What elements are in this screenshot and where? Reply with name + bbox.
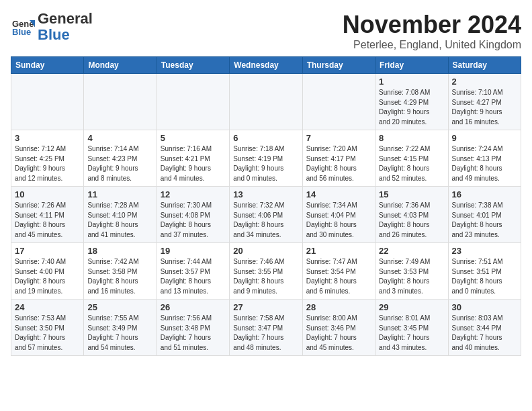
calendar-body: 1Sunrise: 7:08 AM Sunset: 4:29 PM Daylig… [11, 74, 521, 356]
weekday-header: Saturday [448, 57, 521, 74]
calendar-cell: 11Sunrise: 7:28 AM Sunset: 4:10 PM Dayli… [84, 187, 157, 243]
day-info: Sunrise: 7:20 AM Sunset: 4:17 PM Dayligh… [306, 144, 371, 183]
calendar-week-row: 3Sunrise: 7:12 AM Sunset: 4:25 PM Daylig… [11, 130, 521, 187]
calendar-cell: 6Sunrise: 7:18 AM Sunset: 4:19 PM Daylig… [230, 130, 302, 187]
day-number: 3 [15, 133, 80, 143]
day-number: 10 [15, 189, 80, 199]
day-number: 16 [452, 189, 517, 199]
day-info: Sunrise: 7:18 AM Sunset: 4:19 PM Dayligh… [233, 144, 298, 183]
calendar-cell: 7Sunrise: 7:20 AM Sunset: 4:17 PM Daylig… [302, 130, 375, 187]
weekday-header: Wednesday [230, 57, 302, 74]
day-info: Sunrise: 7:53 AM Sunset: 3:50 PM Dayligh… [15, 314, 80, 353]
title-area: November 2024 Peterlee, England, United … [343, 11, 521, 51]
day-info: Sunrise: 8:01 AM Sunset: 3:45 PM Dayligh… [379, 314, 444, 353]
calendar-cell: 15Sunrise: 7:36 AM Sunset: 4:03 PM Dayli… [375, 187, 448, 243]
calendar-cell [84, 74, 157, 130]
day-info: Sunrise: 7:26 AM Sunset: 4:11 PM Dayligh… [15, 201, 80, 240]
day-info: Sunrise: 7:16 AM Sunset: 4:21 PM Dayligh… [161, 144, 226, 183]
day-number: 26 [161, 302, 226, 312]
calendar-cell: 12Sunrise: 7:30 AM Sunset: 4:08 PM Dayli… [157, 187, 229, 243]
day-info: Sunrise: 7:47 AM Sunset: 3:54 PM Dayligh… [306, 257, 371, 296]
calendar-cell: 8Sunrise: 7:22 AM Sunset: 4:15 PM Daylig… [375, 130, 448, 187]
calendar-cell: 30Sunrise: 8:03 AM Sunset: 3:44 PM Dayli… [448, 300, 521, 356]
day-number: 4 [87, 133, 152, 143]
calendar-cell: 23Sunrise: 7:51 AM Sunset: 3:51 PM Dayli… [448, 243, 521, 300]
svg-text:Blue: Blue [12, 27, 31, 37]
day-info: Sunrise: 7:51 AM Sunset: 3:51 PM Dayligh… [452, 257, 517, 296]
day-info: Sunrise: 7:42 AM Sunset: 3:58 PM Dayligh… [87, 257, 152, 296]
weekday-header: Sunday [11, 57, 84, 74]
calendar-cell [302, 74, 375, 130]
day-info: Sunrise: 7:14 AM Sunset: 4:23 PM Dayligh… [87, 144, 152, 183]
calendar-cell: 4Sunrise: 7:14 AM Sunset: 4:23 PM Daylig… [84, 130, 157, 187]
day-number: 5 [161, 133, 226, 143]
day-info: Sunrise: 7:55 AM Sunset: 3:49 PM Dayligh… [87, 314, 152, 353]
weekday-header: Friday [375, 57, 448, 74]
day-number: 20 [233, 246, 298, 256]
calendar-cell: 3Sunrise: 7:12 AM Sunset: 4:25 PM Daylig… [11, 130, 84, 187]
day-info: Sunrise: 7:49 AM Sunset: 3:53 PM Dayligh… [379, 257, 444, 296]
calendar-cell: 2Sunrise: 7:10 AM Sunset: 4:27 PM Daylig… [448, 74, 521, 130]
calendar-cell [230, 74, 302, 130]
day-info: Sunrise: 7:24 AM Sunset: 4:13 PM Dayligh… [452, 144, 517, 183]
day-info: Sunrise: 7:22 AM Sunset: 4:15 PM Dayligh… [379, 144, 444, 183]
day-number: 2 [452, 77, 517, 87]
day-info: Sunrise: 7:34 AM Sunset: 4:04 PM Dayligh… [306, 201, 371, 240]
calendar-week-row: 10Sunrise: 7:26 AM Sunset: 4:11 PM Dayli… [11, 187, 521, 243]
calendar-cell [11, 74, 84, 130]
day-number: 15 [379, 189, 444, 199]
day-info: Sunrise: 7:58 AM Sunset: 3:47 PM Dayligh… [233, 314, 298, 353]
day-number: 28 [306, 302, 371, 312]
calendar-cell: 9Sunrise: 7:24 AM Sunset: 4:13 PM Daylig… [448, 130, 521, 187]
day-info: Sunrise: 7:32 AM Sunset: 4:06 PM Dayligh… [233, 201, 298, 240]
calendar-header-row: SundayMondayTuesdayWednesdayThursdayFrid… [11, 57, 521, 74]
month-title: November 2024 [343, 11, 521, 39]
day-number: 24 [15, 302, 80, 312]
calendar-week-row: 24Sunrise: 7:53 AM Sunset: 3:50 PM Dayli… [11, 300, 521, 356]
day-info: Sunrise: 7:28 AM Sunset: 4:10 PM Dayligh… [87, 201, 152, 240]
day-number: 21 [306, 246, 371, 256]
day-info: Sunrise: 7:12 AM Sunset: 4:25 PM Dayligh… [15, 144, 80, 183]
weekday-header: Monday [84, 57, 157, 74]
day-number: 11 [87, 189, 152, 199]
calendar-cell: 27Sunrise: 7:58 AM Sunset: 3:47 PM Dayli… [230, 300, 302, 356]
day-number: 22 [379, 246, 444, 256]
day-info: Sunrise: 7:08 AM Sunset: 4:29 PM Dayligh… [379, 88, 444, 127]
calendar-cell: 13Sunrise: 7:32 AM Sunset: 4:06 PM Dayli… [230, 187, 302, 243]
day-number: 29 [379, 302, 444, 312]
logo-text: General Blue [38, 11, 93, 43]
day-info: Sunrise: 7:40 AM Sunset: 4:00 PM Dayligh… [15, 257, 80, 296]
day-info: Sunrise: 8:03 AM Sunset: 3:44 PM Dayligh… [452, 314, 517, 353]
calendar-table: SundayMondayTuesdayWednesdayThursdayFrid… [11, 56, 521, 356]
day-number: 27 [233, 302, 298, 312]
day-number: 17 [15, 246, 80, 256]
calendar-cell: 28Sunrise: 8:00 AM Sunset: 3:46 PM Dayli… [302, 300, 375, 356]
day-number: 19 [161, 246, 226, 256]
day-number: 23 [452, 246, 517, 256]
calendar-cell: 17Sunrise: 7:40 AM Sunset: 4:00 PM Dayli… [11, 243, 84, 300]
calendar-cell [157, 74, 229, 130]
day-info: Sunrise: 7:46 AM Sunset: 3:55 PM Dayligh… [233, 257, 298, 296]
day-info: Sunrise: 7:36 AM Sunset: 4:03 PM Dayligh… [379, 201, 444, 240]
calendar-cell: 18Sunrise: 7:42 AM Sunset: 3:58 PM Dayli… [84, 243, 157, 300]
day-number: 12 [161, 189, 226, 199]
day-number: 8 [379, 133, 444, 143]
calendar-cell: 14Sunrise: 7:34 AM Sunset: 4:04 PM Dayli… [302, 187, 375, 243]
calendar-cell: 19Sunrise: 7:44 AM Sunset: 3:57 PM Dayli… [157, 243, 229, 300]
day-info: Sunrise: 7:38 AM Sunset: 4:01 PM Dayligh… [452, 201, 517, 240]
day-info: Sunrise: 7:30 AM Sunset: 4:08 PM Dayligh… [161, 201, 226, 240]
day-number: 1 [379, 77, 444, 87]
calendar-week-row: 17Sunrise: 7:40 AM Sunset: 4:00 PM Dayli… [11, 243, 521, 300]
calendar-cell: 29Sunrise: 8:01 AM Sunset: 3:45 PM Dayli… [375, 300, 448, 356]
calendar-cell: 21Sunrise: 7:47 AM Sunset: 3:54 PM Dayli… [302, 243, 375, 300]
calendar-cell: 5Sunrise: 7:16 AM Sunset: 4:21 PM Daylig… [157, 130, 229, 187]
calendar-week-row: 1Sunrise: 7:08 AM Sunset: 4:29 PM Daylig… [11, 74, 521, 130]
day-info: Sunrise: 8:00 AM Sunset: 3:46 PM Dayligh… [306, 314, 371, 353]
calendar-cell: 1Sunrise: 7:08 AM Sunset: 4:29 PM Daylig… [375, 74, 448, 130]
calendar-cell: 24Sunrise: 7:53 AM Sunset: 3:50 PM Dayli… [11, 300, 84, 356]
location: Peterlee, England, United Kingdom [343, 39, 521, 51]
day-number: 14 [306, 189, 371, 199]
day-number: 30 [452, 302, 517, 312]
logo-icon: General Blue [11, 15, 35, 39]
day-number: 18 [87, 246, 152, 256]
